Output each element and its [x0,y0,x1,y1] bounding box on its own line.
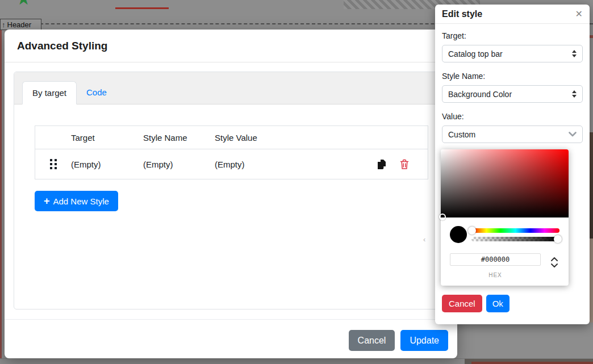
edit-style-panel-footer: Cancel Ok [442,295,510,312]
style-name-select[interactable]: Background Color [442,85,583,103]
update-button[interactable]: Update [400,330,448,351]
alpha-slider-handle[interactable] [554,235,562,243]
modal-header: Advanced Styling [5,30,457,62]
close-icon[interactable]: ✕ [575,9,583,19]
hex-mode-label: HEX [450,272,541,278]
row-target-value: (Empty) [71,160,143,169]
background-bottom-red-line [471,362,593,364]
chevron-down-icon[interactable] [551,263,558,267]
row-style-value-value: (Empty) [215,160,287,169]
color-picker-popup: HEX [441,149,569,286]
cancel-button[interactable]: Cancel [349,330,395,351]
value-select-value: Custom [448,130,475,139]
table-row: (Empty) (Empty) (Empty) [35,149,428,179]
value-select[interactable]: Custom [442,125,583,143]
column-header-style-name: Style Name [143,133,215,143]
alpha-slider[interactable] [471,237,559,241]
target-select[interactable]: Catalog top bar [442,45,583,62]
duplicate-icon[interactable] [377,159,387,170]
background-right-sliver-red [590,35,593,38]
store-logo-star-icon: ★ [16,0,31,9]
up-down-arrows-icon [572,48,577,60]
editor-header-badge-label: Header [7,20,32,29]
up-down-arrows-icon [572,88,577,100]
edit-style-title: Edit style [442,9,482,19]
style-name-select-value: Background Color [448,90,512,99]
row-edge-chevron-icon: ‹ [423,235,425,244]
trash-icon[interactable] [400,159,409,170]
hue-slider-handle[interactable] [468,227,476,235]
drag-handle-icon[interactable] [50,159,57,169]
add-new-style-button[interactable]: + Add New Style [35,191,118,211]
nav-active-underline [115,7,169,9]
saturation-marker[interactable] [439,214,446,220]
hex-stepper[interactable] [551,257,558,267]
styles-table: Target Style Name Style Value (Empty) (E… [35,125,428,179]
styles-table-header: Target Style Name Style Value [35,126,428,149]
column-header-style-value: Style Value [215,133,287,143]
arrow-up-icon: ↑ [2,20,6,29]
saturation-area[interactable] [441,149,569,217]
editor-header-badge[interactable]: ↑ Header [0,19,41,30]
add-new-style-label: Add New Style [53,196,109,206]
styles-card: By target Code Target Style Name Style V… [14,72,448,309]
picked-color-swatch [450,226,467,243]
tab-code[interactable]: Code [77,81,116,104]
background-left-red-strip [0,30,2,358]
target-label: Target: [442,31,583,40]
row-style-name-value: (Empty) [143,160,215,169]
modal-footer: Cancel Update [5,319,457,358]
edit-style-form: Target: Catalog top bar Style Name: Back… [435,24,590,143]
advanced-styling-modal: Advanced Styling By target Code Target S… [5,30,457,358]
tabs-bar: By target Code [14,72,448,104]
background-right-sliver-brown [590,132,593,239]
hue-slider[interactable] [471,228,559,233]
style-name-label: Style Name: [442,72,583,81]
page-title: Advanced Styling [17,40,107,52]
panel-ok-button[interactable]: Ok [486,295,510,312]
background-right-sliver-beige [590,239,593,323]
value-label: Value: [442,112,583,121]
tab-by-target[interactable]: By target [22,81,77,104]
column-header-target: Target [71,133,143,143]
panel-cancel-button[interactable]: Cancel [442,295,482,312]
target-select-value: Catalog top bar [448,49,503,58]
hex-input[interactable] [450,253,541,266]
plus-icon: + [44,196,50,206]
edit-style-panel: Edit style ✕ Target: Catalog top bar Sty… [435,5,590,324]
styles-card-body: Target Style Name Style Value (Empty) (E… [14,104,448,309]
edit-style-panel-header: Edit style ✕ [435,5,590,24]
chevron-up-icon[interactable] [551,257,558,261]
chevron-down-icon [569,132,577,137]
